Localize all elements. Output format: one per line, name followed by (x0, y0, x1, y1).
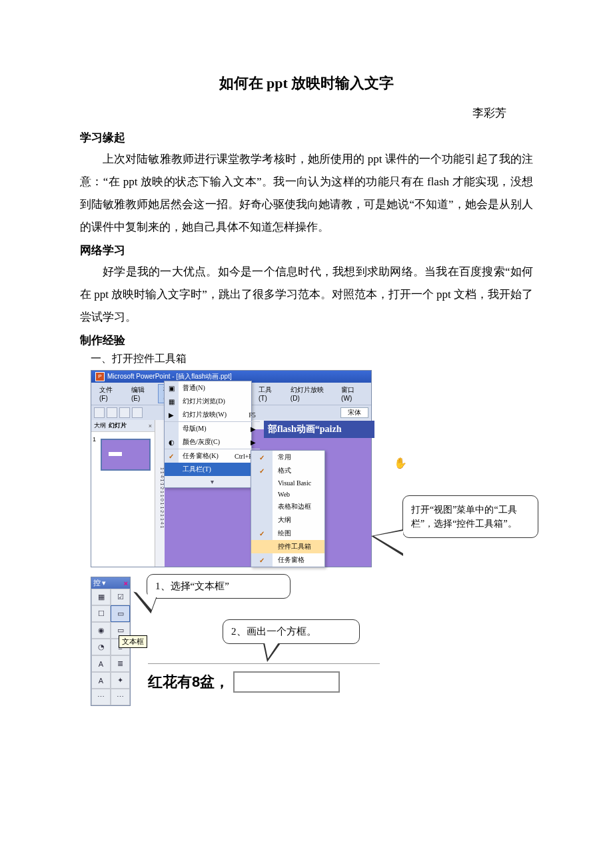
tool-scrollbar-icon[interactable]: ✦ (111, 672, 130, 689)
menuitem-master[interactable]: 母版(M)▶ (165, 422, 260, 435)
section-heading-experience: 制作经验 (80, 333, 533, 348)
tab-slides[interactable]: 幻灯片 (109, 421, 127, 430)
drawn-textbox-rect[interactable] (233, 671, 340, 693)
tab-outline[interactable]: 大纲 (94, 421, 106, 430)
menu-file[interactable]: 文件(F) (94, 384, 125, 403)
toolbar-save-icon[interactable] (119, 407, 130, 418)
menu-edit[interactable]: 编辑(E) (126, 384, 157, 403)
window-title-text: Microsoft PowerPoint - [插入flash动画.ppt] (107, 372, 232, 381)
toolbox-dropdown-icon[interactable]: ▾ (102, 579, 106, 587)
tool-code-icon[interactable]: ☑ (111, 589, 130, 605)
tooltip-textbox: 文本框 (119, 635, 147, 648)
author-name: 李彩芳 (80, 105, 533, 121)
submenu-outline[interactable]: 大纲 (251, 513, 324, 527)
paragraph-netlearn: 好学是我的一大优点。如今是一个信息时代，我想到求助网络。当我在百度搜索“如何在 … (80, 261, 533, 329)
menuitem-taskpane[interactable]: ✓任务窗格(K)Ctrl+F1 (165, 449, 260, 463)
example-prefix-text: 红花有8盆， (148, 672, 229, 692)
toolbar-new-icon[interactable] (94, 407, 105, 418)
tool-checkbox-icon[interactable]: ☐ (91, 605, 111, 622)
view-menu-dropdown: ▣普通(N) ▦幻灯片浏览(D) ▶幻灯片放映(W)F5 母版(M)▶ ◐颜色/… (164, 381, 252, 488)
slide-number: 1 (93, 436, 96, 443)
callout-open-view-toolbar: 打开“视图”菜单中的“工具栏”，选择“控件工具箱”。 (402, 495, 538, 538)
tool-properties-icon[interactable]: ▦ (91, 589, 111, 605)
menuitem-toolbars[interactable]: 工具栏(T)▶ (165, 463, 260, 476)
font-selector[interactable]: 宋体 (340, 407, 368, 418)
tool-textbox-icon[interactable]: ▭ (111, 605, 130, 622)
page-title: 如何在 ppt 放映时输入文字 (80, 73, 533, 93)
submenu-taskpane[interactable]: ✓任务窗格 (251, 553, 324, 567)
document-page: 如何在 ppt 放映时输入文字 李彩芳 学习缘起 上次对陆敏雅教师进行课堂教学考… (0, 0, 613, 757)
submenu-control-toolbox[interactable]: 控件工具箱 (251, 540, 324, 553)
tool-togglebutton-icon[interactable]: A (91, 655, 111, 672)
tool-more-icon[interactable]: ⋯ (111, 689, 130, 705)
figure-1-powerpoint-view-menu: P Microsoft PowerPoint - [插入flash动画.ppt]… (91, 370, 533, 570)
submenu-vb[interactable]: Visual Basic (251, 477, 324, 489)
slide-panel-tabs: 大纲 幻灯片 × (91, 420, 155, 432)
slide-panel: 大纲 幻灯片 × 1 (91, 420, 155, 567)
hand-cursor-icon: ✋ (394, 457, 407, 469)
tool-image-icon[interactable]: ⋯ (91, 689, 111, 705)
divider-line (148, 663, 380, 664)
toolbar-print-icon[interactable] (132, 407, 143, 418)
submenu-tables[interactable]: 表格和边框 (251, 500, 324, 513)
toolbars-submenu: ✓常用 ✓格式 Visual Basic Web 表格和边框 大纲 ✓绘图 控件… (251, 450, 325, 567)
menuitem-slidesorter[interactable]: ▦幻灯片浏览(D) (165, 395, 260, 408)
tool-commandbutton-icon[interactable]: ◉ (91, 622, 111, 639)
callout-select-textbox: 1、选择“文本框” (147, 574, 291, 599)
callout-draw-rect: 2、画出一个方框。 (223, 619, 360, 644)
menuitem-color-gray[interactable]: ◐颜色/灰度(C)▶ (165, 435, 260, 449)
paragraph-origin: 上次对陆敏雅教师进行课堂教学考核时，她所使用的 ppt 课件的一个功能引起了我的… (80, 148, 533, 239)
slide-thumbnail[interactable] (101, 439, 151, 471)
submenu-web[interactable]: Web (251, 489, 324, 500)
close-icon[interactable]: × (149, 423, 152, 429)
submenu-format[interactable]: ✓格式 (251, 464, 324, 477)
toolbar-open-icon[interactable] (107, 407, 117, 418)
slide-title-banner: 部flash动画“paizh (264, 421, 374, 438)
tool-spinbutton-icon[interactable]: ≣ (111, 655, 130, 672)
menuitem-slideshow[interactable]: ▶幻灯片放映(W)F5 (165, 408, 260, 422)
submenu-common[interactable]: ✓常用 (251, 451, 324, 464)
section-heading-netlearn: 网络学习 (80, 243, 533, 258)
section-heading-origin: 学习缘起 (80, 130, 533, 145)
menu-window[interactable]: 窗口(W) (336, 384, 368, 403)
figure-2-control-toolbox: 控 ▾ × ▦ ☑ ☐ ▭ ◉ ▭ ◔ ≡ A ≣ A ✦ ⋯ ⋯ 文本框 (91, 577, 533, 703)
tool-label-icon[interactable]: A (91, 672, 111, 689)
toolbox-close-icon[interactable]: × (124, 579, 128, 587)
menu-slideshow[interactable]: 幻灯片放映(D) (285, 384, 334, 403)
powerpoint-icon: P (95, 372, 105, 381)
step-1-heading: 一、打开控件工具箱 (91, 352, 533, 366)
menuitem-normal[interactable]: ▣普通(N) (165, 381, 260, 395)
tool-listbox-icon[interactable]: ◔ (91, 639, 111, 655)
toolbox-titlebar: 控 ▾ × (91, 577, 130, 589)
example-text-row: 红花有8盆， (148, 671, 340, 693)
toolbox-title-text: 控 (93, 578, 101, 588)
menuitem-expand[interactable]: ▾ (165, 476, 260, 487)
submenu-draw[interactable]: ✓绘图 (251, 527, 324, 540)
